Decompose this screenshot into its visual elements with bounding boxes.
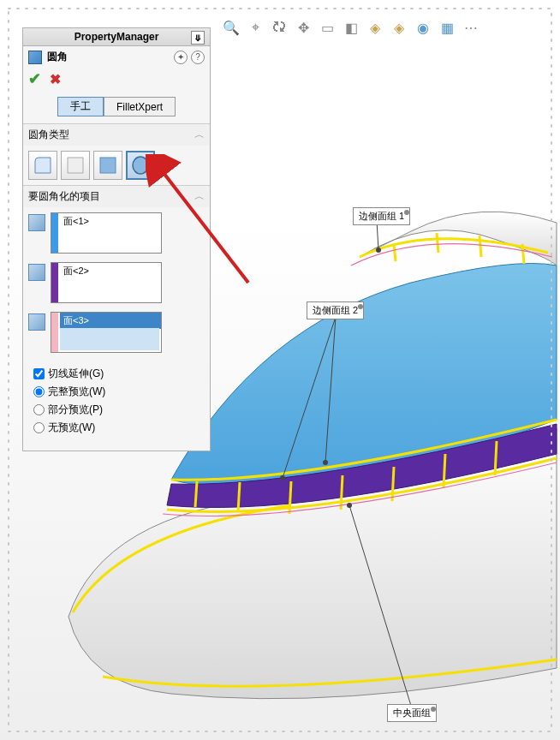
face-label: 面<1> <box>60 213 161 230</box>
view-toolbar: 🔍 ⌖ 🗘 ✥ ▭ ◧ ◈ ◈ ◉ ▦ ⋯ <box>223 17 551 38</box>
face-selection-2[interactable]: 面<2> <box>51 262 162 303</box>
property-manager-panel: PropertyManager ⤋ 圆角 ✦ ? ✔ ✖ 手工 FilletXp… <box>22 27 211 451</box>
face-set-icon <box>28 214 45 231</box>
zoom-area-icon[interactable]: ⌖ <box>247 19 264 36</box>
svg-line-1 <box>238 482 240 512</box>
fillet-type-face[interactable] <box>93 151 122 180</box>
tips-icon[interactable]: ✦ <box>174 51 188 64</box>
feature-name: 圆角 <box>47 50 68 64</box>
fillet-type-buttons <box>23 146 210 185</box>
tab-manual[interactable]: 手工 <box>57 97 104 116</box>
svg-line-0 <box>195 481 197 507</box>
view-cube-icon[interactable]: ◈ <box>366 19 384 36</box>
option-partial-preview[interactable]: 部分预览(P) <box>33 401 200 419</box>
svg-point-17 <box>323 460 328 465</box>
radio-full[interactable] <box>33 386 45 397</box>
callout-side-face-1[interactable]: 边侧面组 1 <box>353 207 410 225</box>
face-group-1: 面<1> <box>28 212 205 254</box>
svg-line-5 <box>444 454 445 488</box>
confirm-row: ✔ ✖ <box>23 68 210 93</box>
section-fillet-type[interactable]: 圆角类型 ︿ <box>23 123 210 146</box>
fillet-items: 面<1> 面<2> 面<3> 切线延伸(G) 完整预览(W) 部分预览(P) 无… <box>23 207 210 451</box>
color-bar-pink <box>51 313 58 352</box>
callout-center-face[interactable]: 中央面组 <box>387 704 437 722</box>
svg-line-8 <box>437 233 438 253</box>
face-selection-1[interactable]: 面<1> <box>51 212 162 254</box>
scene-icon[interactable]: ◉ <box>414 19 432 36</box>
face-group-2: 面<2> <box>28 262 205 303</box>
view-cube2-icon[interactable]: ◈ <box>390 19 408 36</box>
svg-line-7 <box>394 244 396 261</box>
cancel-button[interactable]: ✖ <box>50 71 61 87</box>
fillet-feature-icon <box>28 51 42 64</box>
extra-icon[interactable]: ⋯ <box>462 19 480 36</box>
face-group-3: 面<3> <box>28 312 205 353</box>
svg-point-20 <box>133 157 148 174</box>
svg-line-9 <box>480 236 481 257</box>
display-style-icon[interactable]: ▭ <box>319 19 336 36</box>
rotate-icon[interactable]: 🗘 <box>271 19 288 36</box>
svg-line-2 <box>289 481 291 514</box>
fillet-type-variable[interactable] <box>61 151 90 180</box>
svg-point-18 <box>347 503 352 508</box>
svg-line-11 <box>377 221 378 250</box>
selection-highlight <box>60 328 159 350</box>
mode-tabs: 手工 FilletXpert <box>23 93 210 123</box>
face-selection-3[interactable]: 面<3> <box>51 312 162 353</box>
color-bar-purple <box>51 263 58 302</box>
color-bar-blue <box>51 213 58 253</box>
checkbox-tangent[interactable] <box>33 368 45 379</box>
section-icon[interactable]: ◧ <box>343 19 360 36</box>
svg-line-3 <box>341 475 343 510</box>
option-full-preview[interactable]: 完整预览(W) <box>33 383 200 401</box>
feature-title-row: 圆角 ✦ ? <box>23 46 210 68</box>
svg-line-10 <box>522 244 524 264</box>
callout-label: 边侧面组 2 <box>313 305 358 315</box>
tab-filletxpert[interactable]: FilletXpert <box>104 97 176 116</box>
fillet-type-full-round[interactable] <box>126 151 155 180</box>
fillet-type-constant[interactable] <box>28 151 57 180</box>
face-set-icon <box>28 313 45 331</box>
face-set-icon <box>28 264 45 281</box>
svg-line-6 <box>495 441 497 475</box>
pan-icon[interactable]: ✥ <box>295 19 312 36</box>
svg-point-15 <box>376 248 381 253</box>
chevron-up-icon: ︿ <box>194 189 205 204</box>
face-label: 面<2> <box>60 263 161 279</box>
ok-button[interactable]: ✔ <box>28 69 41 88</box>
option-tangent[interactable]: 切线延伸(G) <box>33 365 200 383</box>
callout-label: 中央面组 <box>393 707 431 718</box>
radio-none[interactable] <box>33 422 45 433</box>
option-no-preview[interactable]: 无预览(W) <box>33 419 200 437</box>
pin-icon[interactable]: ⤋ <box>191 31 205 45</box>
panel-title: PropertyManager <box>74 31 159 43</box>
section-label: 要圆角化的项目 <box>28 189 100 204</box>
help-icon[interactable]: ? <box>191 51 205 64</box>
scene2-icon[interactable]: ▦ <box>438 19 456 36</box>
section-label: 圆角类型 <box>28 128 69 142</box>
svg-point-16 <box>280 475 285 480</box>
panel-header: PropertyManager ⤋ <box>23 28 210 46</box>
section-items[interactable]: 要圆角化的项目 ︿ <box>23 185 210 207</box>
callout-side-face-2[interactable]: 边侧面组 2 <box>307 301 364 319</box>
preview-options: 切线延伸(G) 完整预览(W) 部分预览(P) 无预览(W) <box>28 361 205 445</box>
svg-line-4 <box>392 467 394 501</box>
svg-rect-19 <box>100 158 116 173</box>
callout-label: 边侧面组 1 <box>359 211 404 221</box>
face-label: 面<3> <box>60 313 161 329</box>
radio-partial[interactable] <box>33 404 45 415</box>
zoom-fit-icon[interactable]: 🔍 <box>223 19 240 36</box>
chevron-up-icon: ︿ <box>194 128 205 142</box>
